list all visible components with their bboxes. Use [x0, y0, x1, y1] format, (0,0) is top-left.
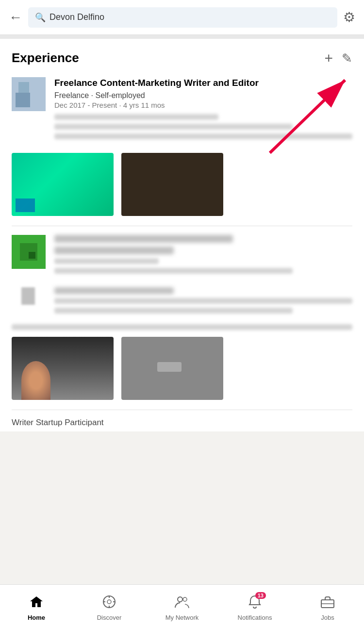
discover-icon: [102, 595, 116, 612]
edit-experience-button[interactable]: ✎: [342, 52, 352, 65]
exp3-logo: [21, 287, 35, 305]
svg-point-8: [178, 597, 182, 602]
header: ← 🔍 Devon Delfino ⚙: [0, 0, 364, 35]
blurred-subtitle-2: [54, 298, 352, 304]
blurred-subtitle-3: [54, 308, 293, 314]
media-accent: [16, 198, 35, 212]
experience-details-1: Freelance Content-Marketing Writer and E…: [54, 77, 352, 143]
grey-inner: [157, 362, 182, 372]
svg-point-3: [107, 600, 111, 604]
media-thumb-dark[interactable]: [121, 153, 223, 216]
item-separator-1: [12, 226, 352, 226]
home-label: Home: [28, 614, 45, 621]
notifications-label: Notifications: [238, 614, 272, 621]
back-button[interactable]: ←: [9, 10, 22, 25]
blurred-title-2: [54, 247, 174, 254]
bottom-nav: Home Discover My Network: [0, 584, 364, 628]
jobs-label: Jobs: [321, 614, 334, 621]
experience-item-2: [12, 235, 352, 278]
nav-item-notifications[interactable]: 13 Notifications: [218, 585, 291, 628]
search-icon: 🔍: [35, 12, 46, 23]
notification-badge: 13: [255, 592, 266, 599]
bottom-spacer: [0, 431, 364, 475]
company-logo-1: [12, 77, 46, 111]
main-content: Experience + ✎ Freel: [0, 39, 364, 431]
blurred-description-3: [54, 133, 352, 139]
home-icon: [29, 595, 44, 612]
blurred-line-2: [54, 268, 293, 274]
media-row-1: [12, 153, 352, 216]
nav-item-home[interactable]: Home: [0, 585, 73, 628]
settings-icon[interactable]: ⚙: [343, 9, 355, 25]
experience-item-3: [12, 287, 352, 317]
job-title-1: Freelance Content-Marketing Writer and E…: [54, 77, 352, 89]
experience-details-3: [54, 287, 352, 317]
blurred-line-1: [54, 258, 159, 264]
my-network-icon: [174, 595, 190, 612]
my-network-label: My Network: [165, 614, 199, 621]
exp3-logo-space: [12, 287, 46, 305]
blurred-full-line: [12, 324, 352, 330]
company-logo-2: [12, 235, 46, 269]
search-bar[interactable]: 🔍 Devon Delfino: [28, 7, 337, 28]
partial-item-text: Writer Startup Participant: [12, 418, 104, 428]
blurred-description-1: [54, 114, 218, 120]
experience-item-1: Freelance Content-Marketing Writer and E…: [12, 77, 352, 143]
blurred-subtitle-1: [54, 287, 174, 294]
company-name-1: Freelance · Self-employed: [54, 91, 352, 100]
search-text: Devon Delfino: [50, 12, 104, 22]
notifications-icon: 13: [248, 595, 261, 612]
media-row-2: [12, 337, 352, 400]
discover-label: Discover: [97, 614, 122, 621]
photo-person: [21, 361, 50, 400]
svg-point-9: [183, 597, 187, 601]
blurred-title-1: [54, 235, 233, 243]
jobs-icon: [320, 595, 335, 612]
media-thumb-photo[interactable]: [12, 337, 114, 400]
media-thumb-green[interactable]: [12, 153, 114, 216]
nav-item-my-network[interactable]: My Network: [146, 585, 218, 628]
job-dates-1: Dec 2017 - Present · 4 yrs 11 mos: [54, 101, 352, 109]
experience-section-header: Experience + ✎: [12, 50, 352, 66]
blurred-description-2: [54, 124, 293, 130]
partial-item: Writer Startup Participant: [12, 410, 352, 431]
blurred-full-1: [12, 324, 352, 330]
section-actions: + ✎: [324, 51, 352, 66]
section-title: Experience: [12, 50, 79, 66]
nav-item-jobs[interactable]: Jobs: [291, 585, 364, 628]
add-experience-button[interactable]: +: [324, 51, 333, 66]
section-divider: [0, 35, 364, 39]
media-thumb-grey[interactable]: [121, 337, 223, 400]
experience-details-2: [54, 235, 352, 278]
nav-item-discover[interactable]: Discover: [73, 585, 146, 628]
